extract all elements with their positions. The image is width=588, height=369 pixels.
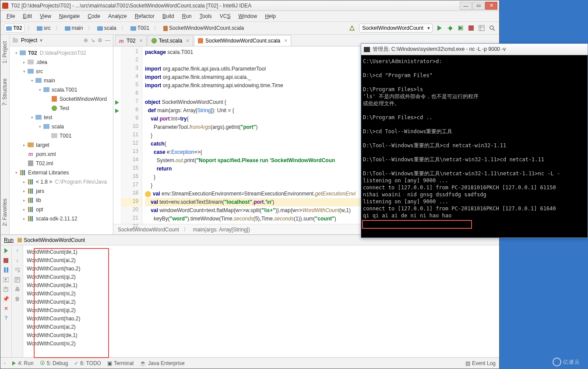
tree-item[interactable]: ▾main [10, 76, 113, 85]
menu-tools[interactable]: Tools [196, 12, 215, 20]
status-java-ee[interactable]: ☕Java Enterprise [140, 360, 184, 366]
status-run[interactable]: 4: Run [12, 360, 33, 366]
tree-item[interactable]: Test [10, 103, 113, 113]
tree-item[interactable]: mpom.xml [10, 149, 113, 159]
status-debug[interactable]: ⦿5: Debug [40, 360, 68, 366]
run-tab-label[interactable]: Run [4, 237, 14, 243]
close-icon[interactable]: × [186, 38, 189, 44]
cmd-icon [364, 47, 370, 52]
close-icon[interactable]: × [140, 38, 143, 44]
search-icon[interactable] [489, 25, 496, 32]
tree-item[interactable]: T02.iml [10, 159, 113, 168]
tree-item[interactable]: ▸scala-sdk-2.11.12 [10, 214, 113, 223]
console-output[interactable]: WordWithCount(de,1)WordWithCount(ai,2)Wo… [23, 245, 499, 357]
settings-icon[interactable]: ⚙ [98, 37, 102, 43]
close-icon[interactable]: × [284, 38, 287, 44]
tree-item[interactable]: ▾T02D:\IdeaProjects\T02 [10, 48, 113, 57]
window-title: T02 [D:\IdeaProjects\T02] - ...\src\main… [11, 3, 460, 9]
breadcrumb-item[interactable]: scala [95, 24, 118, 32]
status-hide-icon[interactable]: ▫ [4, 360, 6, 366]
cmd-body[interactable]: C:\Users\Administrator>d: D:\>cd "Progra… [361, 55, 588, 238]
breadcrumb-root[interactable]: T02 [4, 24, 25, 32]
svg-rect-25 [4, 267, 6, 273]
rerun-icon[interactable] [3, 247, 10, 254]
status-event-log[interactable]: ▤Event Log [465, 360, 496, 366]
tree-item[interactable]: ▾External Libraries [10, 168, 113, 177]
tree-item[interactable]: T001 [10, 131, 113, 140]
exit-icon[interactable] [3, 286, 10, 293]
tree-item[interactable]: ▸.idea [10, 57, 113, 67]
cmd-window[interactable]: 管理员: C:\Windows\system32\cmd.exe - nc -L… [361, 43, 588, 238]
menu-build[interactable]: Build [159, 12, 178, 20]
print-icon[interactable]: 🖶 [14, 286, 21, 293]
svg-rect-24 [18, 238, 22, 242]
run-gutter [113, 46, 121, 224]
tree-item[interactable]: ▾src [10, 67, 113, 76]
menu-edit[interactable]: Edit [19, 12, 35, 20]
close-console-icon[interactable]: ✕ [3, 305, 10, 312]
menu-navigate[interactable]: Navigate [56, 12, 83, 20]
crumb-method[interactable]: main(args: Array[String]) [193, 227, 250, 233]
status-todo[interactable]: ✓6: TODO [74, 360, 101, 366]
layout-icon[interactable] [478, 25, 485, 32]
stop-icon[interactable] [3, 257, 10, 264]
close-button[interactable]: ✕ [485, 2, 497, 10]
scroll-from-source-icon[interactable]: ⊕ [84, 37, 88, 43]
menu-help[interactable]: Help [261, 12, 279, 20]
menu-file[interactable]: File [3, 12, 18, 20]
minimize-button[interactable]: — [460, 2, 472, 10]
tree-item[interactable]: ▸< 1.8 >C:\Program Files\Java [10, 177, 113, 186]
run-config-name: SocketWindowWordCount [17, 237, 85, 243]
menu-analyze[interactable]: Analyze [105, 12, 130, 20]
coverage-icon[interactable] [457, 25, 464, 32]
run-icon[interactable] [436, 25, 443, 32]
maximize-button[interactable]: ▭ [472, 2, 485, 10]
breadcrumb-item[interactable]: main [63, 24, 85, 32]
svg-rect-16 [30, 198, 31, 203]
tab-favorites[interactable]: 2: Favorites [0, 195, 9, 230]
wrap-icon[interactable] [14, 266, 21, 273]
help-icon[interactable]: ? [3, 315, 10, 322]
pause-icon[interactable] [3, 266, 10, 273]
run-config-select[interactable]: SocketWindowWordCount [359, 24, 433, 32]
pin-icon[interactable]: 📌 [3, 295, 10, 302]
breadcrumb-file[interactable]: SocketWindowWordCount.scala [162, 24, 246, 32]
tree-item[interactable]: ▸lib [10, 195, 113, 205]
collapse-all-icon[interactable]: ↘ [91, 37, 95, 43]
menu-window[interactable]: Window [235, 12, 261, 20]
scroll-end-icon[interactable] [14, 276, 21, 283]
tree-item[interactable]: ▾test [10, 113, 113, 122]
tab-t02[interactable]: mT02× [115, 35, 147, 46]
tree-item[interactable]: ▸target [10, 140, 113, 149]
tab-test-scala[interactable]: Test.scala× [148, 35, 193, 46]
tab-structure[interactable]: 7: Structure [0, 75, 9, 110]
menu-vcs[interactable]: VCS [216, 12, 234, 20]
svg-rect-13 [30, 188, 31, 194]
project-tree[interactable]: ▾T02D:\IdeaProjects\T02▸.idea▾src▾main▾s… [10, 46, 113, 234]
tree-item[interactable]: SocketWindowWord [10, 94, 113, 103]
menu-refactor[interactable]: Refactor [131, 12, 158, 20]
menu-view[interactable]: View [36, 12, 55, 20]
stop-icon[interactable] [468, 25, 475, 32]
menu-code[interactable]: Code [84, 12, 104, 20]
dump-icon[interactable] [3, 276, 10, 283]
build-icon[interactable] [349, 25, 356, 32]
down-icon[interactable]: ↓ [14, 257, 21, 264]
debug-icon[interactable] [447, 25, 454, 32]
breadcrumb-item[interactable]: T001 [129, 24, 151, 32]
tree-item[interactable]: ▾scala [10, 122, 113, 131]
clear-icon[interactable]: 🗑 [14, 295, 21, 302]
up-icon[interactable]: ↑ [14, 247, 21, 254]
tree-item[interactable]: ▸opt [10, 205, 113, 214]
tab-project[interactable]: 1: Project [0, 37, 9, 67]
status-terminal[interactable]: ▣Terminal [107, 360, 134, 366]
run-side-toolbar-2: ↑ ↓ 🖶 🗑 [12, 245, 23, 357]
tree-item[interactable]: ▸jars [10, 186, 113, 195]
svg-rect-23 [32, 216, 33, 221]
status-bar: ▫ 4: Run ⦿5: Debug ✓6: TODO ▣Terminal ☕J… [0, 357, 499, 369]
hide-icon[interactable]: — [105, 37, 110, 43]
tab-socketwindowwordcount-scala[interactable]: SocketWindowWordCount.scala× [194, 35, 291, 46]
menu-run[interactable]: Run [179, 12, 195, 20]
breadcrumb-item[interactable]: src [35, 24, 53, 32]
tree-item[interactable]: ▾scala.T001 [10, 85, 113, 94]
